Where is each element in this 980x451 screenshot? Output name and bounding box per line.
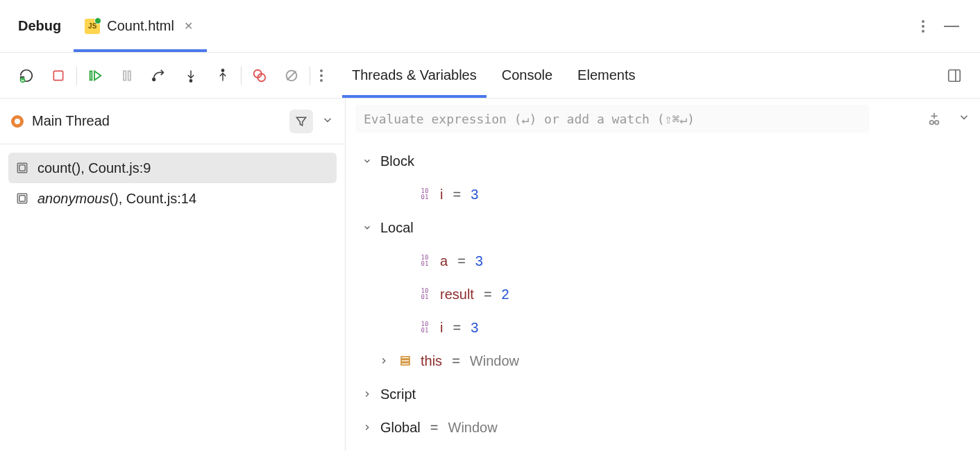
svg-rect-20	[401, 363, 409, 365]
thread-name: Main Thread	[32, 113, 281, 129]
svg-rect-18	[401, 357, 409, 359]
svg-point-6	[189, 79, 192, 81]
pause-icon[interactable]	[119, 67, 135, 84]
filter-button[interactable]	[289, 110, 313, 133]
debug-toolbar: Threads & Variables Console Elements	[0, 53, 980, 99]
step-into-icon[interactable]	[183, 67, 199, 84]
minimize-icon[interactable]	[944, 26, 959, 27]
stop-icon[interactable]	[50, 67, 67, 84]
thread-expand-chevron[interactable]	[321, 114, 334, 129]
svg-point-16	[930, 121, 934, 125]
frame-label: anonymous(), Count.js:14	[37, 191, 196, 207]
thread-status-icon	[11, 115, 24, 128]
primitive-var-icon: 1001	[416, 188, 433, 201]
scope-local[interactable]: Local	[355, 211, 970, 244]
step-out-icon[interactable]	[214, 67, 231, 84]
svg-rect-2	[90, 71, 92, 80]
more-options-icon[interactable]	[922, 20, 924, 33]
variable-row[interactable]: 1001 result = 2	[355, 278, 970, 311]
mute-breakpoints-icon[interactable]	[283, 67, 300, 84]
title-left: Debug JS Count.html ✕	[8, 0, 207, 52]
frame-icon	[15, 161, 29, 175]
svg-rect-3	[124, 71, 126, 80]
thread-header: Main Thread	[0, 99, 345, 144]
tab-threads-variables[interactable]: Threads & Variables	[352, 53, 477, 98]
debug-tool-title: Debug	[8, 18, 74, 34]
svg-rect-19	[401, 360, 409, 362]
file-tab-count-html[interactable]: JS Count.html ✕	[74, 0, 207, 52]
stack-frame[interactable]: count(), Count.js:9	[8, 153, 337, 183]
primitive-var-icon: 1001	[416, 321, 433, 334]
tab-console[interactable]: Console	[502, 53, 552, 98]
svg-point-7	[221, 69, 223, 71]
var-value: 2	[502, 287, 509, 303]
tab-elements[interactable]: Elements	[577, 53, 635, 98]
variable-row[interactable]: this = Window	[355, 344, 970, 377]
svg-rect-15	[19, 196, 25, 201]
scope-label: Local	[380, 220, 414, 236]
chevron-down-icon	[361, 155, 373, 167]
layout-settings-icon[interactable]	[947, 68, 962, 83]
run-controls	[8, 67, 76, 84]
var-name: a	[440, 253, 448, 269]
var-value: Window	[470, 353, 519, 369]
scope-global[interactable]: Global = Window	[355, 411, 970, 444]
frame-label: count(), Count.js:9	[37, 160, 151, 176]
add-watch-icon[interactable]	[926, 110, 943, 127]
var-value: Window	[448, 420, 498, 436]
eval-actions	[926, 110, 970, 127]
evaluate-row	[346, 99, 980, 139]
scope-label: Global	[380, 420, 421, 436]
debug-tabs: Threads & Variables Console Elements	[352, 53, 635, 98]
svg-point-17	[935, 121, 939, 125]
var-value: 3	[471, 187, 478, 203]
var-name: i	[440, 187, 443, 203]
variables-tree: Block 1001 i = 3 Local 1001 a = 3	[346, 139, 980, 450]
evaluate-expression-input[interactable]	[355, 105, 869, 133]
watch-options-chevron[interactable]	[958, 111, 970, 126]
primitive-var-icon: 1001	[416, 255, 433, 267]
variable-row[interactable]: 1001 i = 3	[355, 178, 970, 211]
svg-rect-4	[128, 71, 130, 80]
stack-frames: count(), Count.js:9 anonymous(), Count.j…	[0, 144, 345, 222]
frames-pane: Main Thread count(), Count.js:9 anonym	[0, 99, 346, 451]
breakpoint-controls	[242, 67, 310, 84]
chevron-down-icon	[361, 221, 373, 234]
variables-pane: Block 1001 i = 3 Local 1001 a = 3	[346, 99, 980, 451]
var-name: result	[440, 287, 474, 303]
var-value: 3	[471, 320, 478, 336]
stack-frame[interactable]: anonymous(), Count.js:14	[8, 183, 337, 214]
more-tools	[310, 69, 332, 82]
file-tab-label: Count.html	[107, 18, 174, 34]
var-name: this	[421, 353, 442, 369]
chevron-right-icon	[378, 355, 390, 367]
more-tools-icon[interactable]	[320, 69, 323, 82]
step-over-icon[interactable]	[151, 67, 167, 84]
scope-label: Script	[380, 386, 416, 402]
svg-rect-13	[19, 165, 25, 171]
title-right	[922, 20, 972, 33]
variable-row[interactable]: 1001 a = 3	[355, 244, 970, 278]
primitive-var-icon: 1001	[416, 288, 433, 300]
resume-icon[interactable]	[87, 67, 103, 84]
scope-label: Block	[380, 153, 414, 169]
frame-icon	[15, 192, 29, 205]
rerun-icon[interactable]	[18, 67, 35, 84]
object-var-icon	[397, 355, 414, 367]
chevron-right-icon	[361, 421, 373, 434]
chevron-right-icon	[361, 388, 373, 400]
var-value: 3	[475, 253, 483, 269]
toolbar-right	[947, 68, 972, 83]
js-file-icon: JS	[85, 19, 100, 34]
var-name: i	[440, 320, 443, 336]
main-body: Main Thread count(), Count.js:9 anonym	[0, 99, 980, 451]
view-breakpoints-icon[interactable]	[251, 67, 268, 84]
svg-point-5	[153, 78, 155, 80]
variable-row[interactable]: 1001 i = 3	[355, 311, 970, 344]
svg-rect-11	[949, 69, 961, 81]
close-tab-icon[interactable]: ✕	[181, 19, 196, 33]
scope-script[interactable]: Script	[355, 377, 970, 411]
scope-block[interactable]: Block	[355, 144, 970, 178]
titlebar: Debug JS Count.html ✕	[0, 0, 980, 53]
svg-rect-1	[53, 71, 62, 80]
